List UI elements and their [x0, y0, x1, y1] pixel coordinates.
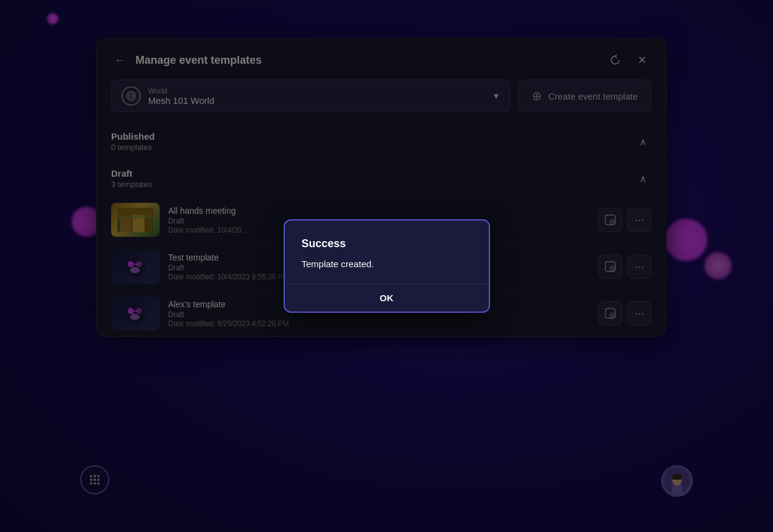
ok-button[interactable]: OK: [285, 284, 489, 312]
dialog-footer: OK: [285, 284, 489, 312]
success-message: Template created.: [302, 259, 472, 269]
success-content: Success Template created.: [285, 220, 489, 284]
success-title: Success: [302, 237, 472, 250]
dialog-overlay: Success Template created. OK: [0, 0, 773, 532]
success-dialog: Success Template created. OK: [284, 219, 490, 313]
